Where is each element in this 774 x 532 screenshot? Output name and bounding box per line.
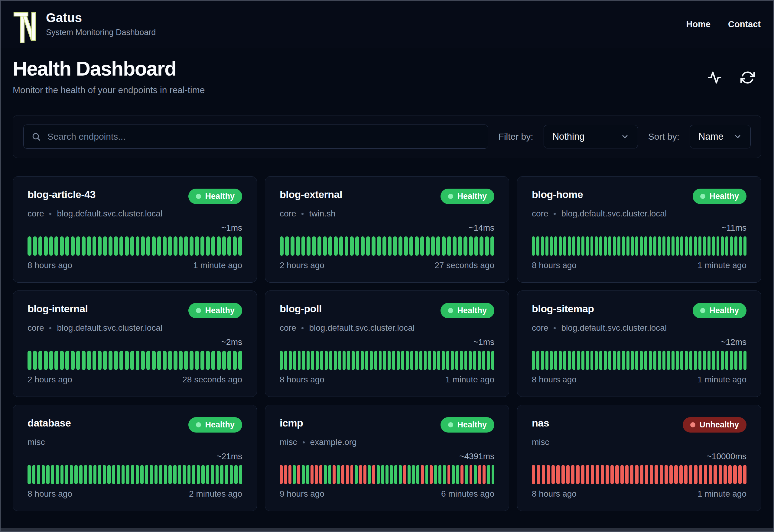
health-bar[interactable]: [434, 465, 437, 484]
health-bar[interactable]: [680, 351, 683, 370]
health-bar[interactable]: [568, 351, 571, 370]
health-bar[interactable]: [130, 351, 134, 370]
health-bar[interactable]: [487, 351, 490, 370]
health-bar[interactable]: [733, 465, 737, 484]
endpoint-card[interactable]: blog-article-43 Healthy core blog.defaul…: [13, 176, 257, 283]
health-bar[interactable]: [591, 465, 594, 484]
health-bar[interactable]: [377, 465, 380, 484]
health-bar[interactable]: [388, 236, 392, 256]
health-bar[interactable]: [478, 351, 481, 370]
health-bar[interactable]: [280, 236, 284, 256]
health-bar[interactable]: [420, 236, 424, 256]
health-bar[interactable]: [665, 465, 668, 484]
health-bar[interactable]: [211, 236, 215, 256]
health-bar[interactable]: [730, 236, 733, 256]
health-bar[interactable]: [126, 465, 129, 484]
health-bar[interactable]: [163, 351, 167, 370]
health-bar[interactable]: [721, 236, 724, 256]
health-bar[interactable]: [724, 465, 727, 484]
health-bar[interactable]: [328, 236, 332, 256]
health-bar[interactable]: [689, 351, 692, 370]
health-bar[interactable]: [178, 465, 181, 484]
health-bar[interactable]: [644, 236, 647, 256]
health-bar[interactable]: [465, 465, 468, 484]
health-bar[interactable]: [649, 351, 652, 370]
health-bar[interactable]: [49, 351, 53, 370]
health-bar[interactable]: [397, 351, 400, 370]
health-bar[interactable]: [197, 465, 200, 484]
health-bar[interactable]: [577, 351, 580, 370]
health-bar[interactable]: [566, 465, 570, 484]
health-bar[interactable]: [536, 351, 539, 370]
health-bar[interactable]: [385, 465, 389, 484]
health-bar[interactable]: [550, 236, 553, 256]
health-bar[interactable]: [339, 236, 343, 256]
health-bar[interactable]: [676, 236, 679, 256]
health-bar[interactable]: [717, 351, 720, 370]
health-bar[interactable]: [631, 236, 634, 256]
health-bar[interactable]: [436, 236, 440, 256]
health-bar[interactable]: [394, 465, 397, 484]
health-bar[interactable]: [298, 351, 301, 370]
health-bar[interactable]: [541, 236, 544, 256]
health-bar[interactable]: [672, 351, 675, 370]
health-bar[interactable]: [662, 351, 665, 370]
health-bar[interactable]: [416, 465, 419, 484]
endpoint-card[interactable]: blog-poll Healthy core blog.default.svc.…: [265, 290, 509, 397]
health-bar[interactable]: [601, 465, 604, 484]
health-bar[interactable]: [653, 351, 656, 370]
health-bar[interactable]: [424, 351, 427, 370]
health-bar[interactable]: [89, 465, 92, 484]
health-bar[interactable]: [122, 465, 125, 484]
health-bar[interactable]: [606, 465, 609, 484]
health-bar[interactable]: [109, 351, 112, 370]
health-bar[interactable]: [179, 351, 183, 370]
health-bar[interactable]: [679, 465, 683, 484]
health-bar[interactable]: [487, 465, 490, 484]
health-bar[interactable]: [492, 465, 495, 484]
health-bar[interactable]: [698, 351, 701, 370]
health-bar[interactable]: [289, 351, 292, 370]
health-bar[interactable]: [532, 351, 535, 370]
health-bar[interactable]: [365, 351, 368, 370]
health-bar[interactable]: [719, 465, 722, 484]
health-bar[interactable]: [667, 351, 670, 370]
health-bar[interactable]: [114, 351, 118, 370]
health-bar[interactable]: [703, 351, 706, 370]
health-bar[interactable]: [649, 236, 652, 256]
health-bar[interactable]: [482, 351, 485, 370]
health-bar[interactable]: [658, 236, 661, 256]
health-bar[interactable]: [640, 351, 643, 370]
health-bar[interactable]: [285, 236, 289, 256]
health-bar[interactable]: [581, 236, 584, 256]
health-bar[interactable]: [650, 465, 653, 484]
health-bar[interactable]: [225, 465, 228, 484]
health-bar[interactable]: [125, 351, 129, 370]
health-bar[interactable]: [355, 236, 359, 256]
health-bar[interactable]: [707, 236, 711, 256]
health-bar[interactable]: [54, 351, 58, 370]
health-bar[interactable]: [206, 351, 210, 370]
health-bar[interactable]: [216, 465, 219, 484]
health-bar[interactable]: [640, 236, 643, 256]
health-bar[interactable]: [464, 351, 467, 370]
health-bar[interactable]: [545, 236, 548, 256]
health-bar[interactable]: [689, 465, 692, 484]
health-bar[interactable]: [474, 465, 477, 484]
health-bar[interactable]: [473, 351, 476, 370]
health-bar[interactable]: [306, 465, 309, 484]
health-bar[interactable]: [87, 351, 91, 370]
health-bar[interactable]: [554, 351, 557, 370]
health-bar[interactable]: [136, 465, 139, 484]
health-bar[interactable]: [192, 465, 195, 484]
health-bar[interactable]: [338, 351, 341, 370]
health-bar[interactable]: [617, 236, 620, 256]
health-bar[interactable]: [463, 236, 467, 256]
health-bar[interactable]: [297, 465, 300, 484]
health-bar[interactable]: [347, 351, 350, 370]
endpoint-card[interactable]: blog-external Healthy core twin.sh ~14ms…: [265, 176, 509, 283]
health-bar[interactable]: [301, 236, 305, 256]
health-bar[interactable]: [343, 351, 346, 370]
health-bar[interactable]: [323, 236, 327, 256]
health-bar[interactable]: [438, 465, 441, 484]
